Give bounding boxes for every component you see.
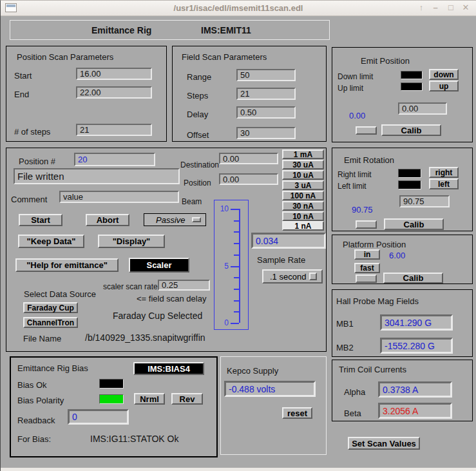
bias-ok-indicator [99, 379, 124, 389]
scan-mode-dropdown[interactable]: Passive [144, 213, 206, 226]
display-button[interactable]: "Display" [98, 235, 165, 248]
range-button-30uA[interactable]: 30 uA [282, 160, 324, 169]
end-input[interactable]: 22.00 [76, 86, 152, 99]
start-button[interactable]: Start [19, 214, 62, 226]
header-box: Emittance Rig IMS:EMIT11 [10, 20, 330, 40]
channeltron-button[interactable]: ChannelTron [23, 317, 78, 328]
bias-device-button[interactable]: IMS:BIAS4 [133, 362, 204, 375]
delay-label: Delay [187, 110, 208, 119]
down-limit-label: Down limit [338, 72, 373, 81]
mb1-label: MB1 [336, 319, 354, 329]
delay-input[interactable]: 0.50 [236, 106, 296, 119]
down-button[interactable]: down [429, 69, 459, 80]
sample-rate-dropdown[interactable]: .1 second [262, 269, 323, 284]
edm-window: /usr1/isac/edl/imsemit11scan.edl ↑ – □ ✕… [0, 0, 476, 471]
blank-button[interactable] [356, 274, 377, 283]
comment-input[interactable]: value [59, 191, 179, 203]
motor-position-input[interactable]: 0.00 [219, 173, 278, 185]
bias-group: Emittance Rig Bias IMS:BIAS4 Bias Ok Bia… [10, 356, 218, 457]
calib-button[interactable]: Calib [381, 124, 441, 136]
range-button-100nA[interactable]: 100 nA [282, 191, 324, 200]
position-readback: 0.00 [349, 111, 365, 120]
window-bottom-border [1, 468, 476, 471]
beam-current-meter: 10 5 0 [214, 200, 249, 330]
meter-tick [234, 300, 239, 302]
data-source-status: Faraday Cup Selected [113, 311, 202, 321]
start-input[interactable]: 16.00 [76, 68, 152, 80]
bias-polarity-label: Bias Polarity [17, 396, 64, 405]
position-setpoint-input[interactable]: 0.00 [398, 102, 447, 115]
beta-label: Beta [344, 409, 361, 418]
scaler-rate-label: scaler scan rate [103, 282, 158, 291]
rotation-setpoint-input[interactable]: 90.75 [399, 195, 450, 207]
range-input[interactable]: 50 [236, 69, 296, 81]
help-button[interactable]: "Help for emittance" [15, 258, 119, 272]
calib-button[interactable]: Calib [384, 218, 444, 230]
field-scan-group: Field Scan Parameters Range 50 Steps 21 … [172, 46, 327, 142]
range-button-10nA[interactable]: 10 nA [282, 211, 324, 221]
meter-axis [239, 209, 240, 323]
set-scan-values-button[interactable]: Set Scan Values [348, 437, 420, 450]
range-button-1nA-selected[interactable]: 1 nA [282, 221, 324, 231]
scaler-button[interactable]: Scaler [129, 258, 189, 273]
alpha-monitor: 0.3738 A [378, 381, 452, 398]
alpha-label: Alpha [344, 387, 365, 397]
group-title: Platform Position [343, 240, 406, 249]
option-menu-icon [192, 217, 201, 222]
reset-button[interactable]: reset [282, 407, 312, 419]
left-limit-label: Left limit [338, 182, 367, 191]
for-bias-label: For Bias: [17, 434, 51, 444]
range-button-1mA[interactable]: 1 mA [282, 149, 324, 159]
emit-rotation-group: Emit Rotation Right limit right Left lim… [332, 148, 473, 231]
num-steps-input[interactable]: 21 [76, 124, 152, 136]
fast-button[interactable]: fast [354, 263, 380, 273]
left-limit-indicator [398, 180, 421, 189]
keep-data-button[interactable]: "Keep Data" [18, 235, 84, 248]
group-title: Hall Probe Mag Fields [336, 296, 419, 306]
meter-tick [234, 311, 239, 312]
kepco-group: Kepco Supply -0.488 volts reset [220, 356, 327, 455]
device-name: IMS:EMIT11 [201, 25, 251, 35]
group-title: Position Scan Parameters [17, 52, 113, 62]
scaler-rate-input[interactable]: 0.25 [158, 280, 210, 291]
bias-readback-monitor: 0 [68, 409, 129, 425]
up-limit-indicator [401, 82, 423, 91]
meter-tick [234, 231, 239, 233]
file-name-value: /b/140929_1335.snapitwgriffin [85, 332, 205, 343]
faraday-cup-button[interactable]: Faraday Cup [23, 302, 78, 313]
up-button[interactable]: up [429, 81, 459, 91]
hall-probe-group: Hall Probe Mag Fields MB1 3041.290 G MB2… [332, 289, 473, 357]
shade-icon[interactable]: ↑ [415, 3, 427, 12]
offset-input[interactable]: 30 [236, 127, 296, 139]
rev-button[interactable]: Rev [171, 393, 203, 405]
menu-square-icon [309, 273, 317, 280]
abort-button[interactable]: Abort [86, 214, 129, 226]
range-button-3uA[interactable]: 3 uA [282, 180, 324, 190]
right-button[interactable]: right [429, 167, 459, 178]
maximize-icon[interactable]: □ [445, 3, 457, 12]
meter-tick [231, 209, 239, 210]
position-number-monitor: 20 [74, 153, 155, 166]
meter-tick [231, 266, 239, 267]
group-title: Emit Position [361, 56, 410, 66]
group-title: Emittance Rig Bias [17, 363, 88, 373]
group-title: Kepco Supply [227, 366, 278, 376]
in-button[interactable]: in [354, 249, 380, 260]
status-message-monitor: File written [14, 168, 180, 184]
minimize-icon[interactable]: – [430, 3, 441, 12]
motor-position-label: Position [184, 178, 211, 187]
calib-button[interactable]: Calib [383, 273, 443, 284]
range-button-30nA[interactable]: 30 nA [282, 201, 324, 211]
blank-button[interactable] [356, 220, 377, 229]
steps-input[interactable]: 21 [236, 88, 296, 100]
nrml-button[interactable]: Nrml [134, 393, 165, 405]
meter-tick [234, 220, 239, 222]
left-button[interactable]: left [429, 178, 459, 189]
blank-button[interactable] [356, 126, 377, 135]
mb2-label: MB2 [336, 343, 354, 352]
position-scan-group: Position Scan Parameters Start 16.00 End… [6, 46, 167, 142]
meter-max-label: 10 [216, 204, 229, 213]
destination-input[interactable]: 0.00 [219, 153, 278, 164]
range-button-10uA[interactable]: 10 uA [282, 170, 324, 180]
close-icon[interactable]: ✕ [460, 3, 471, 12]
